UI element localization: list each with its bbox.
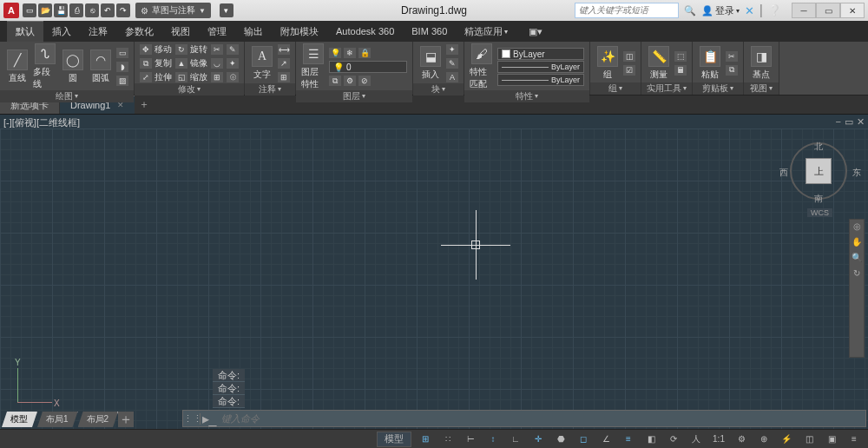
layermatch-button[interactable]: ⧉⚙⊘	[329, 75, 407, 87]
panel-group-label[interactable]: 组▾	[590, 82, 641, 95]
create-button[interactable]: ✦	[446, 43, 458, 56]
lineweight-dropdown[interactable]: ByLayer	[497, 61, 584, 73]
hatch-button[interactable]: ▨	[116, 75, 128, 87]
copy-button[interactable]: ⧉复制	[140, 57, 172, 69]
orbit-icon[interactable]: ↻	[851, 268, 863, 280]
annoscale-toggle[interactable]: 人	[687, 432, 705, 447]
array-button[interactable]: ⊞	[211, 71, 223, 83]
infer-toggle[interactable]: ⊢	[462, 432, 479, 447]
mirror-button[interactable]: ▲镜像	[175, 57, 207, 69]
panel-prop-label[interactable]: 特性▾	[464, 90, 589, 102]
leader-button[interactable]: ↗	[278, 57, 290, 69]
help-search[interactable]: 键入关键字或短语	[575, 3, 679, 18]
panel-draw-label[interactable]: 绘图▾	[0, 90, 134, 102]
panel-clip-label[interactable]: 剪贴板▾	[693, 82, 743, 95]
search-icon[interactable]: 🔍	[684, 5, 696, 16]
text-button[interactable]: A文字	[250, 46, 274, 81]
maximize-button[interactable]: ▭	[816, 3, 840, 18]
linetype-dropdown[interactable]: ByLayer	[497, 74, 584, 86]
app-logo[interactable]: A	[3, 3, 19, 18]
layout-add-button[interactable]: ＋	[118, 412, 134, 427]
ellipse-button[interactable]: ◗	[116, 61, 128, 73]
panel-util-label[interactable]: 实用工具▾	[641, 82, 692, 95]
tab-view[interactable]: 视图	[162, 21, 199, 42]
iso-toggle[interactable]: ⬣	[552, 432, 569, 447]
table-button[interactable]: ⊞	[278, 71, 290, 83]
tab-manage[interactable]: 管理	[199, 21, 235, 42]
groupedit-button[interactable]: ☑	[623, 64, 635, 76]
pan-icon[interactable]: ✋	[851, 237, 863, 249]
wcs-label[interactable]: WCS	[807, 208, 832, 217]
line-button[interactable]: ╱直线	[5, 49, 30, 84]
plot-icon[interactable]: ⎋	[85, 3, 99, 17]
base-button[interactable]: ◨基点	[749, 46, 773, 81]
ungroup-button[interactable]: ◫	[623, 50, 635, 63]
explode-button[interactable]: ✦	[227, 57, 239, 69]
transparency-toggle[interactable]: ◧	[642, 432, 660, 447]
saveas-icon[interactable]: ⎙	[69, 3, 83, 17]
group-button[interactable]: ✨组	[595, 46, 620, 81]
panel-block-label[interactable]: 块▾	[413, 83, 464, 96]
rotate-button[interactable]: ↻旋转	[175, 43, 207, 56]
stretch-button[interactable]: ⤢拉伸	[140, 71, 172, 83]
cycling-toggle[interactable]: ⟳	[665, 432, 682, 447]
tab-output[interactable]: 输出	[235, 21, 272, 42]
vp-max-icon[interactable]: ▭	[845, 116, 853, 128]
qat-more-icon[interactable]: ▾	[220, 3, 233, 17]
panel-view-label[interactable]: 视图▾	[744, 82, 779, 95]
steering-wheel-icon[interactable]: ◎	[851, 221, 863, 234]
tab-a360[interactable]: Autodesk 360	[327, 21, 403, 42]
layout-model[interactable]: 模型	[2, 412, 37, 427]
open-icon[interactable]: 📂	[38, 3, 52, 17]
layeroff-button[interactable]: 💡❄🔒	[329, 47, 407, 59]
command-line[interactable]: ⋮⋮ ▸_	[182, 410, 866, 427]
panel-modify-label[interactable]: 修改▾	[135, 83, 244, 96]
matchprop-button[interactable]: 🖌特性匹配	[470, 43, 494, 90]
grid-toggle[interactable]: ⊞	[417, 432, 434, 447]
dim-button[interactable]: ⟷	[278, 43, 290, 56]
dyn-toggle[interactable]: ↕	[484, 432, 502, 447]
drawing-area[interactable]: [-][俯视][二维线框] − ▭ ✕ Y X 北 南 西 东 上 WCS ◎ …	[0, 115, 868, 429]
ortho-toggle[interactable]: ∟	[507, 432, 524, 447]
tab-insert[interactable]: 插入	[43, 21, 80, 42]
trim-button[interactable]: ✂	[211, 43, 223, 56]
layout-2[interactable]: 布局2	[78, 412, 119, 427]
tab-default[interactable]: 默认	[7, 21, 43, 42]
customize-button[interactable]: ≡	[845, 432, 863, 447]
status-model[interactable]: 模型	[377, 432, 411, 447]
undo-icon[interactable]: ↶	[101, 3, 115, 17]
ws-switch[interactable]: ⚙	[733, 432, 750, 447]
circle-button[interactable]: ◯圆	[61, 49, 85, 84]
snap-toggle[interactable]: ∷	[439, 432, 457, 447]
exchange-icon[interactable]: ✕	[745, 4, 754, 17]
edit-button[interactable]: ✎	[446, 57, 458, 69]
layer-dropdown[interactable]: 💡0	[329, 61, 407, 73]
save-icon[interactable]: 💾	[54, 3, 68, 17]
panel-layer-label[interactable]: 图层▾	[296, 90, 412, 102]
arc-button[interactable]: ◠圆弧	[89, 49, 113, 84]
otrack-toggle[interactable]: ∠	[597, 432, 615, 447]
select-button[interactable]: ⬚	[674, 50, 687, 63]
annomon-toggle[interactable]: ⊕	[755, 432, 773, 447]
cut-button[interactable]: ✂	[726, 50, 738, 63]
rect-button[interactable]: ▭	[116, 47, 128, 59]
redo-icon[interactable]: ↷	[116, 3, 130, 17]
measure-button[interactable]: 📏测量	[647, 46, 671, 81]
polar-toggle[interactable]: ✛	[529, 432, 547, 447]
viewport-label[interactable]: [-][俯视][二维线框]	[3, 116, 80, 129]
tab-bim360[interactable]: BIM 360	[403, 21, 456, 42]
tab-annotate[interactable]: 注释	[80, 21, 116, 42]
help-icon[interactable]: ❔	[768, 4, 781, 16]
cmd-handle-icon[interactable]: ⋮⋮	[183, 413, 201, 425]
panel-anno-label[interactable]: 注释▾	[245, 83, 295, 96]
tab-expand[interactable]: ▣▾	[520, 21, 551, 42]
fillet-button[interactable]: ◡	[211, 57, 223, 69]
insert-button[interactable]: ⬓插入	[418, 46, 443, 81]
workspace-dropdown[interactable]: ⚙ 草图与注释 ▼	[135, 3, 211, 18]
zoom-icon[interactable]: 🔍	[851, 253, 863, 265]
move-button[interactable]: ✥移动	[140, 43, 172, 56]
navigation-bar[interactable]: ◎ ✋ 🔍 ↻	[849, 219, 865, 358]
osnap-toggle[interactable]: ◻	[575, 432, 592, 447]
vp-close-icon[interactable]: ✕	[857, 116, 865, 128]
new-icon[interactable]: ▭	[23, 3, 36, 17]
